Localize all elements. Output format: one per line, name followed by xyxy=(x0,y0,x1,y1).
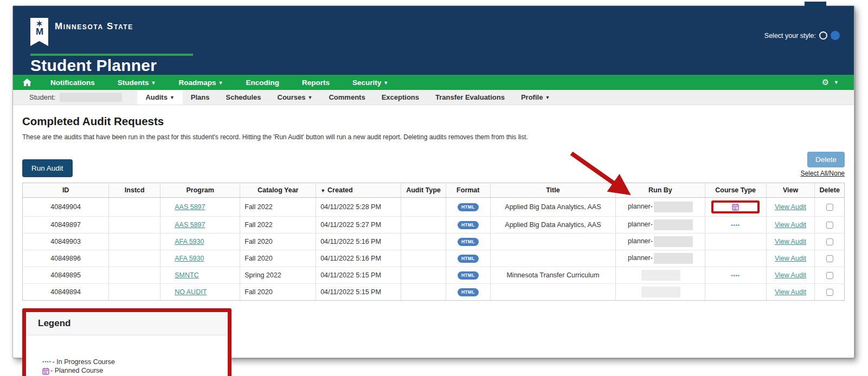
cell-instcd xyxy=(109,198,160,217)
in-progress-dots-icon: •••• xyxy=(731,273,740,278)
chevron-down-icon: ▼ xyxy=(308,95,313,100)
run-by-text: planner- xyxy=(628,254,653,262)
program-link[interactable]: AFA 5930 xyxy=(175,238,204,245)
in-progress-dots-icon: •••• xyxy=(731,223,740,228)
column-header-id[interactable]: ID xyxy=(23,183,109,198)
main-content: Completed Audit Requests These are the a… xyxy=(13,105,854,376)
tab-comments[interactable]: Comments xyxy=(320,90,373,105)
program-link[interactable]: AAS 5897 xyxy=(175,203,205,211)
table-row: 40849897AAS 5897Fall 202204/11/2022 5:27… xyxy=(23,217,845,234)
column-header-delete[interactable]: Delete xyxy=(815,183,845,198)
main-nav-item-encoding[interactable]: Encoding xyxy=(234,76,291,89)
page-title: Completed Audit Requests xyxy=(22,115,845,128)
column-header-view[interactable]: View xyxy=(766,183,815,198)
cell-title: Applied Big Data Analytics, AAS xyxy=(490,198,616,217)
table-row: 40849896AFA 5930Fall 202004/11/2022 5:16… xyxy=(23,250,845,267)
style-option-light[interactable] xyxy=(819,31,827,40)
view-audit-link[interactable]: View Audit xyxy=(775,203,806,211)
cell-format: HTML xyxy=(446,267,490,284)
style-picker: Select your style: xyxy=(764,31,840,40)
view-audit-link[interactable]: View Audit xyxy=(775,288,806,296)
tab-plans[interactable]: Plans xyxy=(183,90,218,105)
cell-created: 04/11/2022 5:27 PM xyxy=(316,217,401,234)
format-badge: HTML xyxy=(458,271,479,280)
delete-checkbox[interactable] xyxy=(826,204,833,211)
program-link[interactable]: NO AUDIT xyxy=(175,288,207,296)
cell-id: 40849895 xyxy=(23,267,109,284)
cell-program: AAS 5897 xyxy=(160,198,240,217)
main-nav-item-notifications[interactable]: Notifications xyxy=(39,76,106,89)
cell-program: SMNTC xyxy=(160,267,240,284)
cell-delete xyxy=(815,234,845,250)
cell-instcd xyxy=(109,234,160,250)
sort-descending-icon: ▼ xyxy=(320,188,325,193)
cell-run-by: planner- xyxy=(616,250,705,267)
tab-courses[interactable]: Courses▼ xyxy=(269,90,321,105)
student-nav: Student: Audits▼PlansSchedulesCourses▼Co… xyxy=(13,90,854,105)
column-header-title[interactable]: Title xyxy=(490,183,616,198)
main-nav-item-students[interactable]: Students▼ xyxy=(106,76,168,89)
column-header-run-by[interactable]: Run By xyxy=(616,183,705,198)
view-audit-link[interactable]: View Audit xyxy=(775,271,806,279)
cell-view: View Audit xyxy=(766,217,815,234)
cell-view: View Audit xyxy=(766,250,815,267)
cell-run-by: planner- xyxy=(616,198,705,217)
delete-checkbox[interactable] xyxy=(826,255,833,262)
cell-view: View Audit xyxy=(766,198,815,217)
delete-button[interactable]: Delete xyxy=(807,152,845,167)
view-audit-link[interactable]: View Audit xyxy=(775,238,806,245)
program-link[interactable]: AAS 5897 xyxy=(175,221,205,229)
main-nav-item-roadmaps[interactable]: Roadmaps▼ xyxy=(167,76,234,89)
cell-audit-type xyxy=(401,267,446,284)
cell-title: Applied Big Data Analytics, AAS xyxy=(490,217,616,234)
tab-transfer-evaluations[interactable]: Transfer Evaluations xyxy=(427,90,513,105)
tab-exceptions[interactable]: Exceptions xyxy=(374,90,427,105)
table-row: 40849903AFA 5930Fall 202004/11/2022 5:16… xyxy=(23,234,845,250)
column-header-format[interactable]: Format xyxy=(446,183,490,198)
delete-checkbox[interactable] xyxy=(826,238,833,245)
program-link[interactable]: AFA 5930 xyxy=(175,255,204,262)
app-header: ✶ M Minnesota State Student Planner Sele… xyxy=(13,6,854,75)
tab-profile[interactable]: Profile▼ xyxy=(513,90,558,105)
main-nav-item-security[interactable]: Security▼ xyxy=(341,76,400,89)
style-option-blue[interactable] xyxy=(831,31,840,40)
delete-checkbox[interactable] xyxy=(826,222,833,229)
cell-run-by: planner- xyxy=(616,234,705,250)
run-by-redaction xyxy=(654,253,693,264)
delete-checkbox[interactable] xyxy=(826,272,833,279)
cell-instcd xyxy=(109,217,160,234)
cell-delete xyxy=(815,250,845,267)
cell-run-by: planner- xyxy=(616,217,705,234)
cell-catalog-year: Fall 2022 xyxy=(240,198,316,217)
run-by-text: planner- xyxy=(628,203,653,210)
table-row: 40849894NO AUDITFall 202004/11/2022 5:15… xyxy=(23,284,845,301)
tab-schedules[interactable]: Schedules xyxy=(218,90,269,105)
format-badge: HTML xyxy=(458,288,479,296)
tab-audits[interactable]: Audits▼ xyxy=(137,90,182,105)
main-nav-item-reports[interactable]: Reports xyxy=(291,76,341,89)
column-header-created[interactable]: ▼Created xyxy=(316,183,401,198)
column-header-audit-type[interactable]: Audit Type xyxy=(401,183,446,198)
chevron-down-icon: ▼ xyxy=(170,95,175,100)
org-name: Minnesota State xyxy=(55,21,133,32)
view-audit-link[interactable]: View Audit xyxy=(775,221,806,229)
chevron-down-icon: ▼ xyxy=(151,80,156,86)
column-header-catalog-year[interactable]: Catalog Year xyxy=(240,183,316,198)
run-audit-button[interactable]: Run Audit xyxy=(22,159,73,177)
cell-instcd xyxy=(109,250,160,267)
home-icon[interactable] xyxy=(23,79,31,87)
settings-menu[interactable]: ⚙ ▼ xyxy=(822,75,839,90)
cell-title xyxy=(490,250,616,267)
column-header-program[interactable]: Program xyxy=(160,183,240,198)
select-all-none-link[interactable]: Select All/None xyxy=(801,170,845,177)
cell-created: 04/11/2022 5:28 PM xyxy=(316,198,401,217)
brand-logo: ✶ M Minnesota State xyxy=(30,18,133,46)
view-audit-link[interactable]: View Audit xyxy=(775,255,806,262)
page-description: These are the audits that have been run … xyxy=(22,133,845,141)
delete-checkbox[interactable] xyxy=(826,289,833,296)
column-header-instcd[interactable]: Instcd xyxy=(109,183,160,198)
column-header-course-type[interactable]: Course Type xyxy=(705,183,766,198)
run-by-redaction xyxy=(641,270,680,281)
run-by-redaction xyxy=(654,236,693,247)
program-link[interactable]: SMNTC xyxy=(175,271,198,279)
